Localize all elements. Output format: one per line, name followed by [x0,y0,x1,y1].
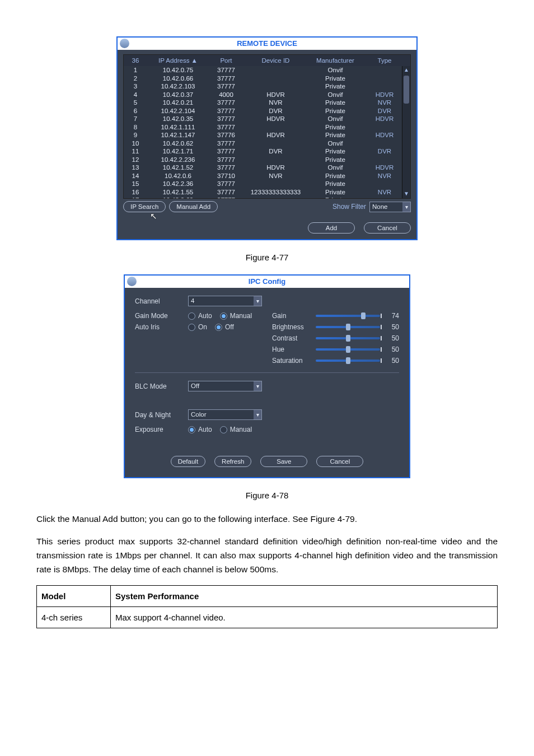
ip-search-button[interactable]: IP Search [123,201,166,212]
default-button[interactable]: Default [171,456,205,467]
hue-slider[interactable] [316,348,380,351]
row-port: 37777 [209,107,243,115]
row-type: NVR [363,172,406,180]
row-index: 3 [124,82,147,91]
table-row[interactable]: 1510.42.2.3637777Private [124,180,410,188]
scroll-up-icon[interactable]: ▲ [403,67,410,73]
table-row[interactable]: 1710.42.2.6237777Private [124,196,410,198]
day-night-select[interactable]: Color ▾ [188,409,262,420]
table-header-row: 36 IP Address ▲ Port Device ID Manufactu… [124,55,410,66]
table-row[interactable]: 1410.42.0.637710NVRPrivateNVR [124,172,410,180]
dialog-title: IPC Config [249,277,285,286]
table-row[interactable]: 810.42.1.11137777Private [124,123,410,132]
row-port: 37777 [209,156,243,164]
chevron-down-icon: ▾ [254,381,261,391]
row-type: HDVR [363,131,406,139]
save-button[interactable]: Save [260,456,307,467]
exposure-auto-radio[interactable]: Auto [188,426,212,433]
chevron-down-icon: ▾ [254,296,261,306]
channel-select[interactable]: 4 ▾ [188,296,262,306]
row-deviceid: NVR [243,99,308,107]
performance-cell: Max support 4-channel video. [111,607,498,628]
table-row[interactable]: 710.42.0.3537777HDVROnvifHDVR [124,115,410,123]
gain-slider[interactable] [316,315,380,317]
add-button[interactable]: Add [308,222,355,234]
hue-value: 50 [386,346,399,353]
col-type[interactable]: Type [363,55,406,66]
scroll-thumb[interactable] [404,76,409,104]
row-deviceid: DVR [243,147,308,156]
table-row[interactable]: 510.42.0.2137777NVRPrivateNVR [124,99,410,107]
manual-add-button[interactable]: Manual Add [169,201,218,212]
slider-handle[interactable] [346,357,350,364]
gain-mode-auto-radio[interactable]: Auto [188,312,212,320]
slider-handle[interactable] [346,324,350,330]
slider-handle[interactable] [346,335,350,342]
row-type [363,156,406,164]
table-scrollbar[interactable]: ▲ ▼ [402,66,410,198]
cancel-button[interactable]: Cancel [364,222,411,234]
cancel-button[interactable]: Cancel [316,456,363,467]
table-row[interactable]: 1210.42.2.23637777Private [124,156,410,164]
dialog-titlebar: REMOTE DEVICE [118,38,416,50]
radio-icon [188,312,195,320]
col-ip[interactable]: IP Address ▲ [147,55,209,66]
row-index: 6 [124,107,147,115]
row-manufacturer: Private [308,188,363,197]
auto-iris-off-radio[interactable]: Off [215,323,234,331]
blc-mode-select[interactable]: Off ▾ [188,381,262,391]
table-row[interactable]: 410.42.0.374000HDVROnvifHDVR [124,91,410,99]
row-index: 16 [124,188,147,197]
row-deviceid: DVR [243,107,308,115]
radio-icon [220,312,227,320]
row-index: 1 [124,66,147,74]
table-row[interactable]: 1310.42.1.5237777HDVROnvifHDVR [124,164,410,172]
slider-handle[interactable] [361,312,366,319]
table-row[interactable]: 110.42.0.7537777Onvif [124,66,410,74]
exposure-manual-radio[interactable]: Manual [220,426,252,433]
refresh-button[interactable]: Refresh [214,456,251,467]
table-row[interactable]: 1010.42.0.6237777Onvif [124,139,410,148]
col-manufacturer[interactable]: Manufacturer [308,55,363,66]
row-manufacturer: Private [308,82,363,91]
show-filter-select[interactable]: None ▾ [369,202,411,212]
row-manufacturer: Onvif [308,139,363,148]
table-row[interactable]: 610.42.2.10437777DVRPrivateDVR [124,107,410,115]
row-index: 2 [124,74,147,83]
day-night-label: Day & Night [135,411,188,419]
saturation-slider[interactable] [316,360,380,362]
row-ip: 10.42.2.236 [147,156,209,164]
scroll-down-icon[interactable]: ▼ [403,190,410,197]
figure-caption-1: Figure 4-77 [36,253,498,262]
chevron-down-icon: ▾ [402,202,410,212]
table-row[interactable]: 310.42.2.10337777Private [124,82,410,91]
row-index: 14 [124,172,147,180]
col-deviceid[interactable]: Device ID [243,55,308,66]
brightness-value: 50 [386,323,399,331]
col-port[interactable]: Port [209,55,243,66]
auto-iris-on-radio[interactable]: On [188,323,207,331]
row-type [363,180,406,188]
row-deviceid: NVR [243,172,308,180]
contrast-slider[interactable] [316,337,380,339]
row-manufacturer: Private [308,107,363,115]
row-port: 37777 [209,188,243,197]
exposure-label: Exposure [135,426,188,433]
brightness-label: Brightness [272,323,316,331]
brightness-slider[interactable] [316,326,380,328]
col-count[interactable]: 36 [124,55,147,66]
table-row[interactable]: 1610.42.1.553777712333333333333PrivateNV… [124,188,410,197]
slider-handle[interactable] [346,346,350,353]
channel-value: 4 [189,296,254,306]
figure-caption-2: Figure 4-78 [36,491,498,500]
table-row[interactable]: 210.42.0.6637777Private [124,74,410,83]
table-row[interactable]: 1110.42.1.7137777DVRPrivateDVR [124,147,410,156]
row-index: 15 [124,180,147,188]
gain-mode-manual-radio[interactable]: Manual [220,312,252,320]
row-deviceid [243,180,308,188]
dialog-title: REMOTE DEVICE [237,39,297,48]
row-deviceid: HDVR [243,164,308,172]
row-type: NVR [363,99,406,107]
table-row[interactable]: 910.42.1.14737776HDVRPrivateHDVR [124,131,410,139]
row-port: 37777 [209,74,243,83]
